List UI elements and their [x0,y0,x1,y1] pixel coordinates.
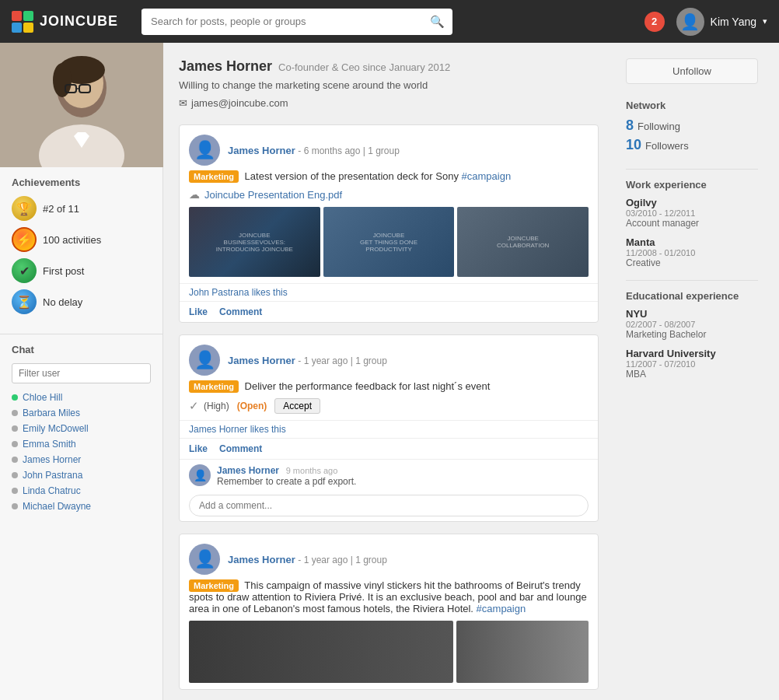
post-avatar-1: 👤 [189,135,220,166]
offline-status-icon [12,441,18,447]
profile-name-row: James Horner Co-founder & Ceo since Janu… [179,58,599,75]
right-sidebar: Unfollow Network 8 Following 10 Follower… [614,43,770,700]
main-layout: Achievements 🏆 #2 of 11 ⚡ 100 activities… [0,43,779,700]
offline-status-icon [12,457,18,463]
chat-filter-input[interactable] [12,363,151,383]
edu-school: Harvard University [626,348,758,359]
attachment-link[interactable]: Joincube Presentation Eng.pdf [204,189,342,201]
avatar-initials: 👤 [194,140,215,160]
comment-body: James Horner 9 months ago Remember to cr… [217,464,589,487]
work-role: Creative [626,257,758,268]
edu-title: Educational experience [626,280,758,302]
accept-button[interactable]: Accept [274,398,320,414]
activities-icon: ⚡ [12,227,37,252]
achievement-activities: ⚡ 100 activities [12,227,151,252]
marketing-badge-3: Marketing [189,579,239,592]
unfollow-button[interactable]: Unfollow [626,58,758,84]
profile-email-address: james@joincube.com [191,97,288,109]
comment-input[interactable] [189,495,589,516]
search-bar[interactable]: 🔍 [141,9,452,35]
logo-icon [12,11,33,33]
comment-button-2[interactable]: Comment [219,443,262,454]
chat-section: Chat Chloe Hill Barbara Miles Emily McDo… [0,334,162,523]
avatar: 👤 [676,8,704,36]
profile-header: James Horner Co-founder & Ceo since Janu… [179,58,599,109]
post-author-3[interactable]: James Horner [228,554,295,565]
work-item-ogilvy: Ogilvy 03/2010 - 12/2011 Account manager [626,197,758,229]
search-button[interactable]: 🔍 [422,9,452,35]
followers-count: 10 [626,137,641,153]
post-author-2[interactable]: James Horner [228,355,295,366]
chat-user-emma[interactable]: Emma Smith [12,436,151,452]
chat-user-name: James Horner [23,454,81,465]
hashtag-campaign2[interactable]: #campaign [477,603,526,614]
chat-user-linda[interactable]: Linda Chatruc [12,483,151,499]
comment-item: 👤 James Horner 9 months ago Remember to … [189,464,589,487]
edu-section: Educational experience NYU 02/2007 - 08/… [626,280,758,380]
following-stat: 8 Following [626,117,758,134]
work-dates: 03/2010 - 12/2011 [626,208,758,218]
like-button-1[interactable]: Like [189,306,208,317]
followers-stat: 10 Followers [626,137,758,153]
task-priority: (High) [204,401,229,411]
post-author-1[interactable]: James Horner [228,145,295,156]
task-open-status: (Open) [237,401,267,411]
post-header-3: 👤 James Horner - 1 year ago | 1 group [180,534,598,579]
task-row: ✓ (High) (Open) Accept [180,398,598,420]
hashtag-campaign[interactable]: #campaign [462,170,512,182]
offline-status-icon [12,425,18,432]
post-bottom-images [180,621,598,689]
chat-user-michael[interactable]: Michael Dwayne [12,499,151,514]
trophy-icon: 🏆 [12,196,37,221]
chat-user-john[interactable]: John Pastrana [12,467,151,483]
post-time-2: - 1 year ago | 1 group [298,355,387,366]
search-input[interactable] [141,9,422,33]
image-label: JOINCUBEBUSINESSEVOLVES:INTRODUCING JOIN… [216,232,293,253]
work-company: Ogilvy [626,197,758,208]
like-button-2[interactable]: Like [189,443,208,454]
comment-button-1[interactable]: Comment [219,306,262,317]
post-image-1a: JOINCUBEBUSINESSEVOLVES:INTRODUCING JOIN… [189,207,320,277]
avatar-initials: 👤 [194,350,215,370]
post-card-1: 👤 James Horner - 6 months ago | 1 group … [179,124,599,323]
logo-text: JOINCUBE [40,13,118,30]
logo-area: JOINCUBE [12,11,118,33]
header: JOINCUBE 🔍 2 👤 Kim Yang ▾ [0,0,779,43]
comment-author[interactable]: James Horner [217,465,279,476]
chat-user-name: Michael Dwayne [23,501,91,512]
image-label: JOINCUBECOLLABORATION [497,235,549,249]
post-avatar-2: 👤 [189,345,220,376]
notification-badge[interactable]: 2 [645,12,665,32]
attachment-icon: ☁ [189,188,200,201]
user-menu[interactable]: 👤 Kim Yang ▾ [676,8,767,36]
post-text-3: Marketing This campaign of massive vinyl… [180,579,598,621]
comment-text: Remember to create a pdf export. [217,476,589,487]
chat-user-chloe[interactable]: Chloe Hill [12,390,151,405]
post-actions-1: Like Comment [180,301,598,322]
logo-cell-yellow [23,23,33,33]
post-text-2: Marketing Deliver the performance feedba… [180,380,598,398]
offline-status-icon [12,503,18,509]
offline-status-icon [12,472,18,478]
email-icon: ✉ [179,97,187,109]
post-card-2: 👤 James Horner - 1 year ago | 1 group Ma… [179,334,599,522]
comment-section: 👤 James Horner 9 months ago Remember to … [180,459,598,521]
work-section: Work experience Ogilvy 03/2010 - 12/2011… [626,169,758,268]
logo-cell-green [23,11,33,21]
post-card-3: 👤 James Horner - 1 year ago | 1 group Ma… [179,534,599,690]
achievements-section: Achievements 🏆 #2 of 11 ⚡ 100 activities… [0,167,162,330]
likes-row-2: James Horner likes this [180,420,598,438]
chat-user-james[interactable]: James Horner [12,452,151,467]
edu-degree: Marketing Bachelor [626,329,758,340]
achievement-no-delay: ⏳ No delay [12,289,151,314]
edu-item-harvard: Harvard University 11/2007 - 07/2010 MBA [626,348,758,380]
likes-link-1[interactable]: John Pastrana likes this [189,287,288,298]
logo-cell-blue [12,23,22,33]
chat-user-barbara[interactable]: Barbara Miles [12,405,151,421]
achievement-rank: 🏆 #2 of 11 [12,196,151,221]
chat-user-emily[interactable]: Emily McDowell [12,421,151,436]
likes-link-2[interactable]: James Horner likes this [189,424,286,435]
chat-user-name: Barbara Miles [23,408,80,418]
edu-item-nyu: NYU 02/2007 - 08/2007 Marketing Bachelor [626,308,758,340]
post-meta-2: James Horner - 1 year ago | 1 group [228,355,589,366]
